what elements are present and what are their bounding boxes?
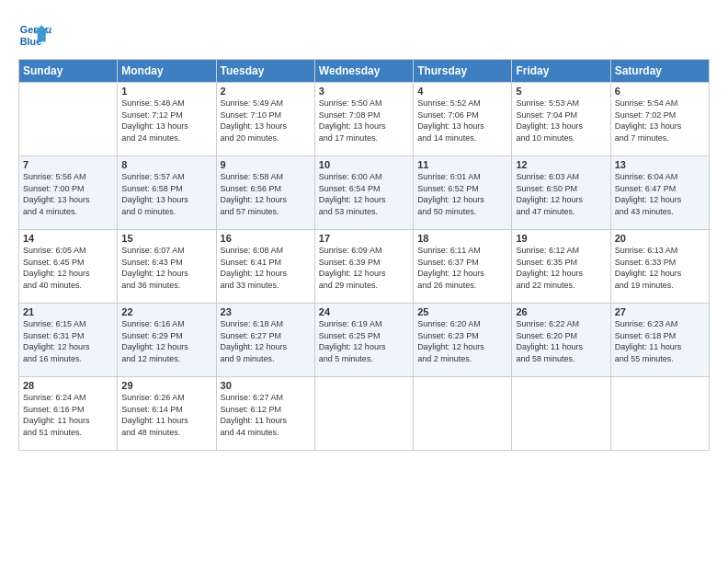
day-info: Sunrise: 5:53 AMSunset: 7:04 PMDaylight:… xyxy=(516,98,606,144)
day-info: Sunrise: 6:00 AMSunset: 6:54 PMDaylight:… xyxy=(319,171,409,217)
calendar-cell: 28Sunrise: 6:24 AMSunset: 6:16 PMDayligh… xyxy=(19,377,118,451)
day-number: 28 xyxy=(23,380,113,391)
col-header-monday: Monday xyxy=(118,60,216,83)
calendar-cell: 4Sunrise: 5:52 AMSunset: 7:06 PMDaylight… xyxy=(414,83,512,156)
day-info: Sunrise: 6:07 AMSunset: 6:43 PMDaylight:… xyxy=(121,245,211,291)
day-number: 16 xyxy=(221,233,311,244)
calendar-table: SundayMondayTuesdayWednesdayThursdayFrid… xyxy=(18,59,710,451)
day-info: Sunrise: 5:50 AMSunset: 7:08 PMDaylight:… xyxy=(319,98,409,144)
calendar-cell xyxy=(314,377,413,451)
day-info: Sunrise: 6:01 AMSunset: 6:52 PMDaylight:… xyxy=(417,171,507,217)
calendar-cell: 8Sunrise: 5:57 AMSunset: 6:58 PMDaylight… xyxy=(118,156,216,230)
day-number: 5 xyxy=(516,86,606,97)
day-number: 14 xyxy=(23,233,113,244)
calendar-cell xyxy=(414,377,512,451)
day-number: 13 xyxy=(615,159,705,170)
calendar-cell: 3Sunrise: 5:50 AMSunset: 7:08 PMDaylight… xyxy=(314,83,413,156)
calendar-cell: 1Sunrise: 5:48 AMSunset: 7:12 PMDaylight… xyxy=(118,83,216,156)
col-header-tuesday: Tuesday xyxy=(216,60,314,83)
calendar-week-5: 28Sunrise: 6:24 AMSunset: 6:16 PMDayligh… xyxy=(19,377,710,451)
calendar-cell: 11Sunrise: 6:01 AMSunset: 6:52 PMDayligh… xyxy=(414,156,512,230)
calendar-cell xyxy=(512,377,610,451)
calendar-cell: 27Sunrise: 6:23 AMSunset: 6:18 PMDayligh… xyxy=(610,304,709,377)
calendar-cell: 16Sunrise: 6:08 AMSunset: 6:41 PMDayligh… xyxy=(216,230,314,304)
day-number: 4 xyxy=(417,86,507,97)
calendar-cell xyxy=(19,83,118,156)
col-header-thursday: Thursday xyxy=(414,60,512,83)
day-number: 30 xyxy=(221,380,311,391)
calendar-cell: 30Sunrise: 6:27 AMSunset: 6:12 PMDayligh… xyxy=(216,377,314,451)
day-number: 29 xyxy=(121,380,211,391)
calendar-cell: 25Sunrise: 6:20 AMSunset: 6:23 PMDayligh… xyxy=(414,304,512,377)
day-number: 25 xyxy=(417,306,507,317)
logo: General Blue xyxy=(18,18,55,52)
day-info: Sunrise: 5:54 AMSunset: 7:02 PMDaylight:… xyxy=(615,98,705,144)
day-info: Sunrise: 5:58 AMSunset: 6:56 PMDaylight:… xyxy=(221,171,311,217)
day-number: 8 xyxy=(121,159,211,170)
day-number: 9 xyxy=(221,159,311,170)
day-info: Sunrise: 6:04 AMSunset: 6:47 PMDaylight:… xyxy=(615,171,705,217)
calendar-cell: 7Sunrise: 5:56 AMSunset: 7:00 PMDaylight… xyxy=(19,156,118,230)
calendar-week-3: 14Sunrise: 6:05 AMSunset: 6:45 PMDayligh… xyxy=(19,230,710,304)
day-info: Sunrise: 5:56 AMSunset: 7:00 PMDaylight:… xyxy=(23,171,113,217)
day-info: Sunrise: 6:20 AMSunset: 6:23 PMDaylight:… xyxy=(417,318,507,364)
day-info: Sunrise: 6:12 AMSunset: 6:35 PMDaylight:… xyxy=(516,245,606,291)
day-info: Sunrise: 6:24 AMSunset: 6:16 PMDaylight:… xyxy=(23,392,113,438)
day-info: Sunrise: 6:23 AMSunset: 6:18 PMDaylight:… xyxy=(615,318,705,364)
day-number: 3 xyxy=(319,86,409,97)
day-info: Sunrise: 6:16 AMSunset: 6:29 PMDaylight:… xyxy=(121,318,211,364)
calendar-week-4: 21Sunrise: 6:15 AMSunset: 6:31 PMDayligh… xyxy=(19,304,710,377)
col-header-wednesday: Wednesday xyxy=(314,60,413,83)
day-number: 2 xyxy=(221,86,311,97)
day-info: Sunrise: 6:15 AMSunset: 6:31 PMDaylight:… xyxy=(23,318,113,364)
day-info: Sunrise: 6:18 AMSunset: 6:27 PMDaylight:… xyxy=(221,318,311,364)
day-number: 15 xyxy=(121,233,211,244)
day-number: 7 xyxy=(23,159,113,170)
day-info: Sunrise: 5:48 AMSunset: 7:12 PMDaylight:… xyxy=(121,98,211,144)
day-number: 23 xyxy=(221,306,311,317)
col-header-friday: Friday xyxy=(512,60,610,83)
calendar-cell: 18Sunrise: 6:11 AMSunset: 6:37 PMDayligh… xyxy=(414,230,512,304)
calendar-cell: 26Sunrise: 6:22 AMSunset: 6:20 PMDayligh… xyxy=(512,304,610,377)
day-info: Sunrise: 6:19 AMSunset: 6:25 PMDaylight:… xyxy=(319,318,409,364)
day-info: Sunrise: 5:57 AMSunset: 6:58 PMDaylight:… xyxy=(121,171,211,217)
day-number: 27 xyxy=(615,306,705,317)
day-info: Sunrise: 6:09 AMSunset: 6:39 PMDaylight:… xyxy=(319,245,409,291)
calendar-cell: 21Sunrise: 6:15 AMSunset: 6:31 PMDayligh… xyxy=(19,304,118,377)
calendar-cell: 14Sunrise: 6:05 AMSunset: 6:45 PMDayligh… xyxy=(19,230,118,304)
calendar-cell: 23Sunrise: 6:18 AMSunset: 6:27 PMDayligh… xyxy=(216,304,314,377)
day-info: Sunrise: 6:08 AMSunset: 6:41 PMDaylight:… xyxy=(221,245,311,291)
calendar-week-2: 7Sunrise: 5:56 AMSunset: 7:00 PMDaylight… xyxy=(19,156,710,230)
calendar-cell: 12Sunrise: 6:03 AMSunset: 6:50 PMDayligh… xyxy=(512,156,610,230)
day-number: 22 xyxy=(121,306,211,317)
calendar-cell xyxy=(610,377,709,451)
calendar-cell: 13Sunrise: 6:04 AMSunset: 6:47 PMDayligh… xyxy=(610,156,709,230)
day-info: Sunrise: 6:27 AMSunset: 6:12 PMDaylight:… xyxy=(221,392,311,438)
day-info: Sunrise: 6:26 AMSunset: 6:14 PMDaylight:… xyxy=(121,392,211,438)
day-info: Sunrise: 6:13 AMSunset: 6:33 PMDaylight:… xyxy=(615,245,705,291)
calendar-cell: 20Sunrise: 6:13 AMSunset: 6:33 PMDayligh… xyxy=(610,230,709,304)
calendar-cell: 2Sunrise: 5:49 AMSunset: 7:10 PMDaylight… xyxy=(216,83,314,156)
day-number: 1 xyxy=(121,86,211,97)
page-header: General Blue xyxy=(18,18,710,52)
svg-text:General: General xyxy=(20,24,51,35)
day-info: Sunrise: 6:22 AMSunset: 6:20 PMDaylight:… xyxy=(516,318,606,364)
calendar-cell: 10Sunrise: 6:00 AMSunset: 6:54 PMDayligh… xyxy=(314,156,413,230)
day-info: Sunrise: 5:52 AMSunset: 7:06 PMDaylight:… xyxy=(417,98,507,144)
day-number: 12 xyxy=(516,159,606,170)
calendar-cell: 15Sunrise: 6:07 AMSunset: 6:43 PMDayligh… xyxy=(118,230,216,304)
day-number: 18 xyxy=(417,233,507,244)
calendar-cell: 9Sunrise: 5:58 AMSunset: 6:56 PMDaylight… xyxy=(216,156,314,230)
col-header-sunday: Sunday xyxy=(19,60,118,83)
col-header-saturday: Saturday xyxy=(610,60,709,83)
calendar-week-1: 1Sunrise: 5:48 AMSunset: 7:12 PMDaylight… xyxy=(19,83,710,156)
day-number: 24 xyxy=(319,306,409,317)
day-info: Sunrise: 6:03 AMSunset: 6:50 PMDaylight:… xyxy=(516,171,606,217)
calendar-cell: 17Sunrise: 6:09 AMSunset: 6:39 PMDayligh… xyxy=(314,230,413,304)
logo-icon: General Blue xyxy=(18,18,51,52)
calendar-cell: 5Sunrise: 5:53 AMSunset: 7:04 PMDaylight… xyxy=(512,83,610,156)
day-number: 26 xyxy=(516,306,606,317)
calendar-header-row: SundayMondayTuesdayWednesdayThursdayFrid… xyxy=(19,60,710,83)
calendar-cell: 19Sunrise: 6:12 AMSunset: 6:35 PMDayligh… xyxy=(512,230,610,304)
day-number: 21 xyxy=(23,306,113,317)
